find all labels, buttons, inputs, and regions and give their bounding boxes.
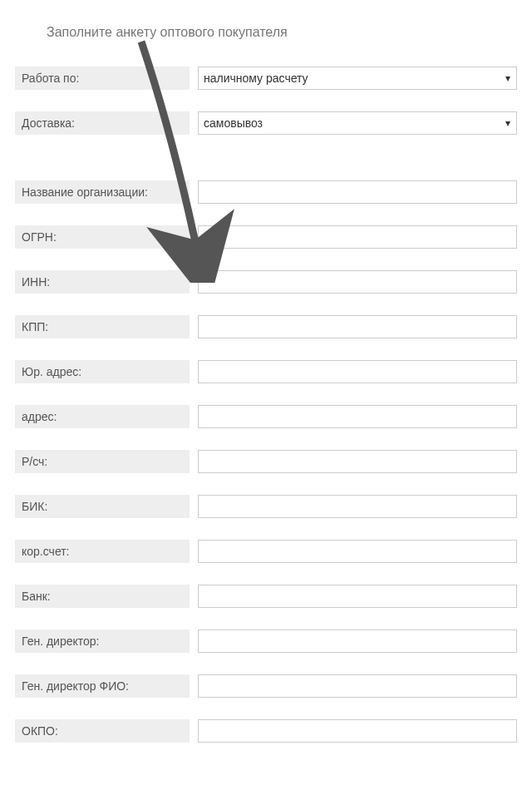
select-wrap-delivery: самовывоз [198,111,517,135]
row-kpp: КПП: [15,315,517,338]
input-okpo[interactable] [198,719,517,743]
label-work-by: Работа по: [15,67,190,90]
input-ogrn[interactable] [198,225,517,249]
select-wrap-work-by: наличному расчету [198,67,517,90]
label-rsch: Р/сч: [15,450,190,473]
label-gen-director-fio: Ген. директор ФИО: [15,674,190,698]
select-work-by[interactable]: наличному расчету [198,67,517,90]
input-bik[interactable] [198,495,517,518]
row-ogrn: ОГРН: [15,225,517,249]
label-bank: Банк: [15,585,190,608]
input-bank[interactable] [198,585,517,608]
input-address[interactable] [198,405,517,428]
label-kpp: КПП: [15,315,190,338]
label-inn: ИНН: [15,270,190,294]
input-jur-address[interactable] [198,360,517,383]
form-container: Работа по: наличному расчету Доставка: с… [15,67,517,764]
row-org-name: Название организации: [15,180,517,204]
row-address: адрес: [15,405,517,428]
label-ogrn: ОГРН: [15,225,190,249]
row-kor-account: кор.счет: [15,540,517,563]
row-delivery: Доставка: самовывоз [15,111,517,135]
row-gen-director: Ген. директор: [15,630,517,653]
row-inn: ИНН: [15,270,517,294]
label-org-name: Название организации: [15,180,190,204]
select-delivery[interactable]: самовывоз [198,111,517,135]
input-kor-account[interactable] [198,540,517,563]
row-work-by: Работа по: наличному расчету [15,67,517,90]
input-inn[interactable] [198,270,517,294]
label-delivery: Доставка: [15,111,190,135]
input-org-name[interactable] [198,180,517,204]
label-jur-address: Юр. адрес: [15,360,190,383]
input-rsch[interactable] [198,450,517,473]
label-address: адрес: [15,405,190,428]
row-gen-director-fio: Ген. директор ФИО: [15,674,517,698]
input-gen-director[interactable] [198,630,517,653]
input-gen-director-fio[interactable] [198,674,517,698]
row-jur-address: Юр. адрес: [15,360,517,383]
input-kpp[interactable] [198,315,517,338]
label-kor-account: кор.счет: [15,540,190,563]
form-title: Заполните анкету оптового покупателя [47,25,517,40]
label-bik: БИК: [15,495,190,518]
label-okpo: ОКПО: [15,719,190,743]
row-rsch: Р/сч: [15,450,517,473]
label-gen-director: Ген. директор: [15,630,190,653]
row-okpo: ОКПО: [15,719,517,743]
row-bik: БИК: [15,495,517,518]
row-bank: Банк: [15,585,517,608]
